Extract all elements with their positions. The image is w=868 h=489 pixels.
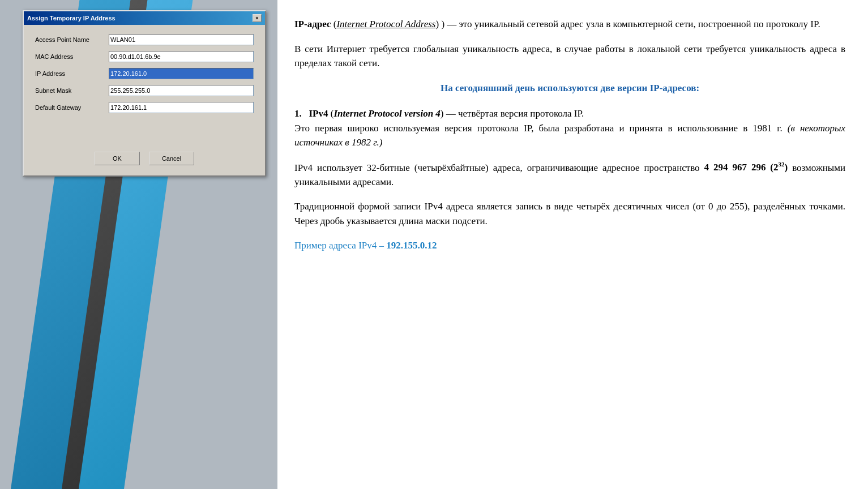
- example-prefix: Пример адреса IPv4 –: [294, 240, 386, 251]
- paragraph-2: В сети Интернет требуется глобальная уни…: [294, 42, 845, 71]
- ipv4-number: 1. IPv4: [294, 108, 328, 119]
- ipv4-italic-close: ): [441, 108, 444, 119]
- form-row-ipaddr: IP Address: [35, 68, 254, 79]
- ip-address-bold: IP-адрес: [294, 19, 331, 29]
- para1-rest: ) — это уникальный сетевой адрес узла в …: [441, 19, 820, 29]
- assign-ip-dialog: Assign Temporary IP Address × Access Poi…: [23, 10, 266, 177]
- ip-address-paren-close: ): [435, 19, 439, 29]
- form-row-gateway: Default Gateway: [35, 102, 254, 113]
- paragraph-1: IP-адрес (Internet Protocol Address) ) —…: [294, 17, 845, 32]
- ipv4-para: Это первая широко используемая версия пр…: [294, 123, 783, 134]
- cancel-button[interactable]: Cancel: [149, 152, 194, 165]
- ipv4-desc: — четвёртая версия протокола IP.: [446, 108, 584, 119]
- input-subnet[interactable]: [109, 85, 254, 96]
- paragraph-ipv4: 1. IPv4 (Internet Protocol version 4) — …: [294, 106, 845, 150]
- dialog-titlebar: Assign Temporary IP Address ×: [24, 11, 265, 25]
- versions-heading: На сегодняшний день используются две вер…: [294, 81, 845, 96]
- dialog-buttons: OK Cancel: [35, 147, 254, 169]
- label-apname: Access Point Name: [35, 36, 109, 43]
- paragraph-ipv4-bits: IPv4 использует 32-битные (четырёхбайтны…: [294, 160, 845, 190]
- dialog-body: Access Point Name MAC Address IP Address…: [24, 25, 265, 175]
- dialog-titlebar-buttons: ×: [253, 14, 262, 22]
- input-macaddr[interactable]: [109, 51, 254, 62]
- content-text: IP-адрес (Internet Protocol Address) ) —…: [294, 17, 845, 253]
- label-subnet: Subnet Mask: [35, 87, 109, 94]
- dialog-close-button[interactable]: ×: [253, 14, 262, 22]
- ipv4-full-name: Internet Protocol version 4: [333, 108, 440, 119]
- form-row-apname: Access Point Name: [35, 34, 254, 45]
- ip-address-full-name: Internet Protocol Address: [336, 19, 435, 29]
- ipv4-count-bold: 4 294 967 296 (232): [704, 162, 788, 173]
- label-gateway: Default Gateway: [35, 104, 109, 111]
- ipv4-bits-text: IPv4 использует 32-битные (четырёхбайтны…: [294, 162, 704, 173]
- dialog-title: Assign Temporary IP Address: [27, 15, 116, 22]
- content-panel: IP-адрес (Internet Protocol Address) ) —…: [277, 0, 868, 489]
- label-macaddr: MAC Address: [35, 53, 109, 60]
- form-row-subnet: Subnet Mask: [35, 85, 254, 96]
- example-address: 192.155.0.12: [386, 240, 437, 251]
- input-apname[interactable]: [109, 34, 254, 45]
- input-gateway[interactable]: [109, 102, 254, 113]
- label-ipaddr: IP Address: [35, 70, 109, 77]
- form-row-macaddr: MAC Address: [35, 51, 254, 62]
- paragraph-ipv4-form: Традиционной формой записи IPv4 адреса я…: [294, 199, 845, 228]
- paragraph-example: Пример адреса IPv4 – 192.155.0.12: [294, 238, 845, 253]
- ok-button[interactable]: OK: [95, 152, 140, 165]
- input-ipaddr[interactable]: [109, 68, 254, 79]
